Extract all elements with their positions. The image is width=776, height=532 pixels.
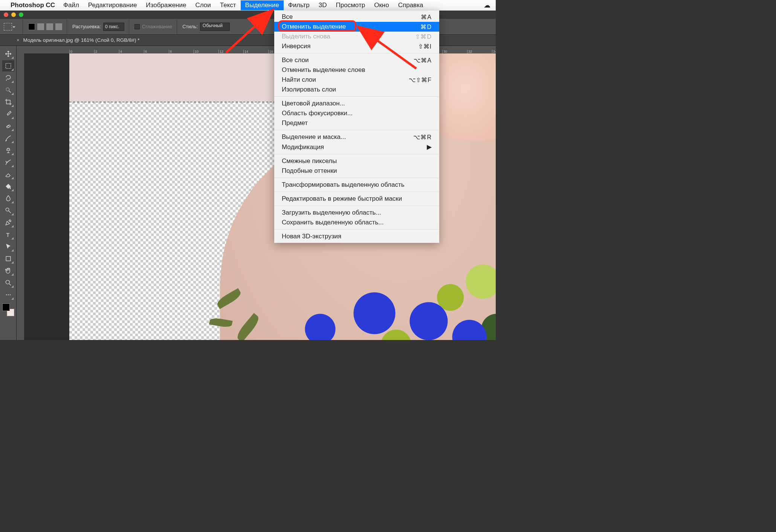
feather-input[interactable] (103, 23, 124, 31)
menu-separator (274, 96, 439, 97)
clone-tool[interactable] (2, 145, 14, 156)
tool-preset-picker[interactable] (4, 23, 12, 30)
zoom-tool[interactable] (2, 277, 14, 288)
menubar-item-слои[interactable]: Слои (191, 0, 215, 10)
menu-item[interactable]: Смежные пикселы (274, 156, 439, 166)
paint-bucket-tool[interactable] (2, 181, 14, 192)
tools-panel: T (0, 46, 17, 340)
creative-cloud-icon[interactable]: ☁ (484, 1, 490, 9)
macos-menubar: Photoshop СС ФайлРедактированиеИзображен… (0, 0, 496, 11)
style-label: Стиль: (182, 24, 198, 29)
healing-tool[interactable] (2, 120, 14, 132)
menu-item[interactable]: Все слои⌥⌘A (274, 55, 439, 65)
menu-item-label: Сохранить выделенную область... (282, 219, 384, 226)
menu-item[interactable]: Выделение и маска...⌥⌘R (274, 132, 439, 142)
hand-tool[interactable] (2, 265, 14, 276)
menu-item-label: Цветовой диапазон... (282, 100, 345, 107)
crop-tool[interactable] (2, 96, 14, 108)
menu-item[interactable]: Предмет (274, 118, 439, 128)
menu-item-shortcut: ⌥⇧⌘F (409, 76, 432, 84)
menubar-item-окно[interactable]: Окно (370, 0, 394, 10)
menubar-item-выделение[interactable]: Выделение (241, 0, 284, 10)
menubar-item-редактирование[interactable]: Редактирование (84, 0, 142, 10)
type-tool[interactable]: T (2, 229, 14, 240)
menu-item[interactable]: Модификация▶ (274, 142, 439, 152)
menu-item[interactable]: Трансформировать выделенную область (274, 180, 439, 190)
antialias-checkbox[interactable] (134, 24, 140, 29)
menu-item-shortcut: ⌘D (420, 23, 432, 30)
shape-tool[interactable] (2, 253, 14, 264)
tab-close-icon[interactable]: × (17, 37, 20, 43)
menu-item-label: Выделить снова (282, 33, 330, 40)
menu-item[interactable]: Отменить выделение слоев (274, 65, 439, 75)
menu-item-label: Отменить выделение слоев (282, 66, 365, 74)
menu-item-label: Загрузить выделенную область... (282, 209, 381, 216)
window-minimize-button[interactable] (11, 12, 16, 17)
ruler-tick: 10 (194, 50, 199, 53)
ruler-tick: 16 (268, 50, 273, 53)
menu-item[interactable]: Область фокусировки... (274, 108, 439, 118)
menu-item-label: Редактировать в режиме быстрой маски (282, 195, 402, 203)
menubar-item-текст[interactable]: Текст (215, 0, 241, 10)
menu-item[interactable]: Инверсия⇧⌘I (274, 41, 439, 51)
more-tool[interactable] (2, 289, 14, 300)
menu-item[interactable]: Загрузить выделенную область... (274, 208, 439, 218)
marquee-tool[interactable] (2, 60, 14, 72)
menubar-item-файл[interactable]: Файл (59, 0, 84, 10)
ruler-tick: 14 (243, 50, 248, 53)
image-face (435, 53, 496, 140)
menu-item[interactable]: Подобные оттенки (274, 166, 439, 176)
history-brush-tool[interactable] (2, 157, 14, 168)
menu-item: Выделить снова⇧⌘D (274, 32, 439, 41)
foreground-background-colors[interactable] (2, 303, 14, 316)
ruler-vertical[interactable] (17, 53, 24, 340)
menu-item[interactable]: Найти слои⌥⇧⌘F (274, 75, 439, 85)
selection-add-icon[interactable] (37, 23, 44, 30)
menu-item-label: Смежные пикселы (282, 157, 337, 165)
menu-separator (274, 206, 439, 206)
ruler-origin[interactable] (17, 46, 24, 53)
annotation-highlight-box (278, 20, 356, 32)
ruler-tick: 0 (69, 50, 72, 53)
menubar-item-просмотр[interactable]: Просмотр (331, 0, 370, 10)
quick-select-tool[interactable] (2, 84, 14, 96)
menu-item[interactable]: Редактировать в режиме быстрой маски (274, 194, 439, 204)
selection-intersect-icon[interactable] (55, 23, 62, 30)
path-select-tool[interactable] (2, 241, 14, 252)
window-close-button[interactable] (4, 12, 8, 17)
window-zoom-button[interactable] (19, 12, 23, 17)
menu-item[interactable]: Новая 3D-экструзия (274, 232, 439, 241)
menu-item-shortcut: ⇧⌘I (418, 43, 432, 50)
brush-tool[interactable] (2, 133, 14, 144)
menubar-item-фильтр[interactable]: Фильтр (284, 0, 314, 10)
move-tool[interactable] (2, 48, 14, 59)
menubar-item-3d[interactable]: 3D (314, 0, 331, 10)
ruler-tick: 4 (119, 50, 122, 53)
svg-text:T: T (6, 232, 9, 238)
antialias-label: Сглаживание (142, 24, 172, 29)
svg-point-8 (6, 280, 9, 284)
style-select[interactable]: Обычный (200, 23, 230, 31)
document-tab[interactable]: × Модель оригинал.jpg @ 161% (Слой 0, RG… (17, 37, 140, 43)
app-name[interactable]: Photoshop СС (11, 2, 55, 9)
ruler-tick: 8 (169, 50, 172, 53)
selection-subtract-icon[interactable] (46, 23, 53, 30)
menu-item[interactable]: Цветовой диапазон... (274, 99, 439, 108)
selection-new-icon[interactable] (28, 23, 35, 30)
submenu-arrow-icon: ▶ (427, 143, 432, 151)
menu-item-shortcut: ⇧⌘D (415, 33, 432, 40)
menu-item[interactable]: Изолировать слои (274, 85, 439, 95)
lasso-tool[interactable] (2, 72, 14, 84)
menubar-item-изображение[interactable]: Изображение (141, 0, 191, 10)
eraser-tool[interactable] (2, 169, 14, 180)
pen-tool[interactable] (2, 217, 14, 228)
menu-separator (274, 178, 439, 178)
eyedropper-tool[interactable] (2, 108, 14, 120)
blur-tool[interactable] (2, 193, 14, 204)
menubar-item-справка[interactable]: Справка (394, 0, 428, 10)
feather-label: Растушевка: (72, 24, 101, 29)
menu-separator (274, 229, 439, 230)
selection-menu-dropdown: Все⌘AОтменить выделение⌘DВыделить снова⇧… (274, 11, 439, 243)
dodge-tool[interactable] (2, 205, 14, 216)
menu-item[interactable]: Сохранить выделенную область... (274, 218, 439, 227)
